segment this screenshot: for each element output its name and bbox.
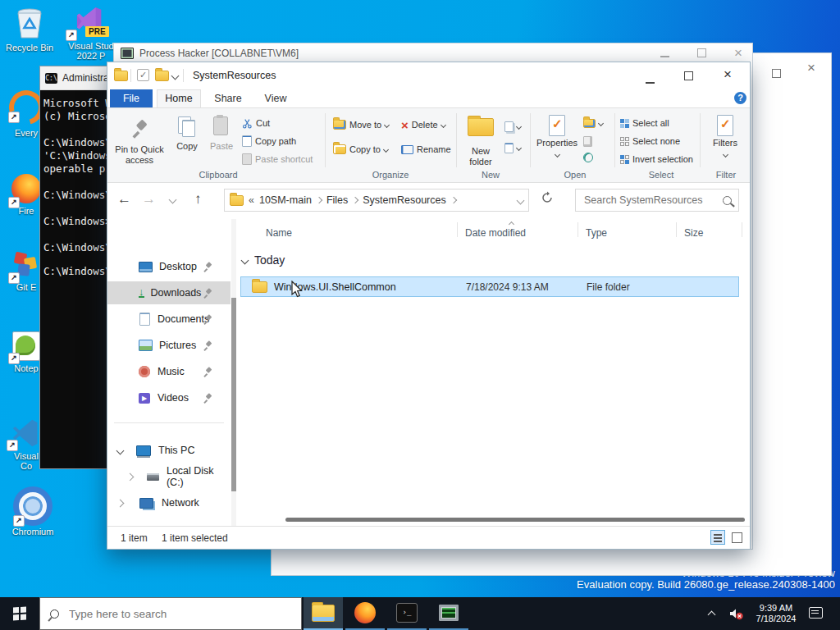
help-icon[interactable]: ? xyxy=(734,92,746,104)
select-all-button[interactable]: Select all xyxy=(620,115,669,131)
open-folder-button[interactable] xyxy=(583,115,603,131)
pin-icon[interactable] xyxy=(203,393,212,403)
filters-button[interactable]: ✓ Filters xyxy=(705,112,746,167)
column-type[interactable]: Type xyxy=(586,227,607,239)
expander-icon[interactable] xyxy=(116,499,125,507)
horizontal-scrollbar-thumb[interactable] xyxy=(285,518,745,522)
close-button[interactable]: × xyxy=(734,48,742,59)
breadcrumb-overflow[interactable]: « xyxy=(249,194,254,206)
breadcrumb-separator-icon[interactable] xyxy=(352,197,358,203)
sidebar-item-local-disk-c[interactable]: Local Disk (C:) xyxy=(107,465,231,488)
tab-share[interactable]: Share xyxy=(206,89,250,107)
volume-muted-icon[interactable] xyxy=(728,607,745,620)
back-button[interactable]: ← xyxy=(117,191,131,208)
cut-button[interactable]: Cut xyxy=(242,115,270,131)
pin-icon[interactable] xyxy=(203,340,212,350)
tab-file[interactable]: File xyxy=(110,89,153,107)
recent-locations-icon[interactable] xyxy=(169,196,177,204)
maximize-button[interactable] xyxy=(772,66,781,81)
start-button[interactable] xyxy=(0,597,39,630)
pin-icon[interactable] xyxy=(203,262,212,272)
breadcrumb-separator-icon[interactable] xyxy=(316,197,322,203)
search-icon[interactable] xyxy=(723,196,732,205)
breadcrumb-item[interactable]: Files xyxy=(326,194,348,206)
sidebar-item-videos[interactable]: ▶ Videos xyxy=(107,386,231,409)
rename-button[interactable]: Rename xyxy=(401,141,451,158)
taskbar-app-process-hacker[interactable] xyxy=(429,597,468,630)
expander-icon[interactable] xyxy=(126,472,135,481)
pin-icon[interactable] xyxy=(203,288,212,298)
up-button[interactable]: ↑ xyxy=(194,191,202,208)
column-size[interactable]: Size xyxy=(684,227,703,239)
new-folder-button[interactable]: New folder xyxy=(462,112,500,167)
tab-view[interactable]: View xyxy=(255,89,296,107)
taskbar-search-input[interactable] xyxy=(67,607,291,621)
pin-icon[interactable] xyxy=(203,367,212,377)
select-none-button[interactable]: Select none xyxy=(620,133,680,149)
refresh-button[interactable] xyxy=(541,191,554,207)
taskbar-app-file-explorer[interactable] xyxy=(304,597,343,630)
new-item-button[interactable] xyxy=(504,118,521,135)
paste-button[interactable]: Paste xyxy=(206,112,237,167)
minimize-button[interactable] xyxy=(646,75,655,86)
taskbar-app-firefox[interactable] xyxy=(345,597,385,630)
horizontal-scrollbar[interactable] xyxy=(240,518,746,523)
forward-button[interactable]: → xyxy=(142,191,156,208)
explorer-titlebar[interactable]: ✓ SystemResources × xyxy=(107,62,750,89)
address-bar[interactable]: « 10SM-main Files SystemResources xyxy=(224,189,529,212)
details-view-button[interactable] xyxy=(710,530,725,545)
breadcrumb-separator-icon[interactable] xyxy=(450,197,456,203)
desktop-icon-visual-studio[interactable]: PRE ↗ Visual Stud 2022 P xyxy=(64,5,118,61)
sidebar-item-network[interactable]: Network xyxy=(107,491,231,514)
address-dropdown-icon[interactable] xyxy=(517,196,525,204)
breadcrumb-item[interactable]: SystemResources xyxy=(363,194,445,206)
maximize-button[interactable] xyxy=(684,71,693,83)
sidebar-item-desktop[interactable]: Desktop xyxy=(107,255,231,278)
quick-access-check-icon[interactable]: ✓ xyxy=(137,69,149,81)
sidebar-item-downloads[interactable]: ↓ Downloads xyxy=(107,281,231,304)
column-name[interactable]: Name xyxy=(266,227,292,239)
thumbnail-view-button[interactable] xyxy=(729,530,744,545)
process-hacker-titlebar[interactable]: Process Hacker [COLLABNET\VM6] × xyxy=(114,43,752,63)
properties-button[interactable]: ✓ Properties xyxy=(536,112,578,167)
tray-expand-icon[interactable] xyxy=(708,611,716,619)
sidebar-item-documents[interactable]: Documents xyxy=(107,308,231,331)
group-header-today[interactable]: Today xyxy=(242,253,285,267)
search-input[interactable] xyxy=(582,194,723,207)
pin-icon[interactable] xyxy=(203,314,212,324)
sidebar-item-this-pc[interactable]: This PC xyxy=(107,439,231,462)
move-to-button[interactable]: Move to xyxy=(333,116,389,133)
pin-to-quick-access-button[interactable]: Pin to Quick access xyxy=(112,112,167,167)
taskbar-app-command-prompt[interactable]: ›_ xyxy=(387,597,427,630)
edit-button[interactable] xyxy=(583,133,592,149)
nav-scrollbar[interactable] xyxy=(231,219,236,526)
copy-to-button[interactable]: Copy to xyxy=(333,141,388,158)
close-button[interactable]: × xyxy=(807,62,815,74)
minimize-button[interactable] xyxy=(660,46,669,61)
folder-icon[interactable] xyxy=(155,71,169,81)
desktop-icon-chromium[interactable]: ↗ Chromium xyxy=(3,492,62,536)
group-collapse-icon[interactable] xyxy=(241,256,249,264)
sidebar-item-music[interactable]: Music xyxy=(107,360,231,383)
taskbar-search[interactable] xyxy=(39,597,302,630)
desktop-icon-recycle-bin[interactable]: Recycle Bin xyxy=(3,5,56,52)
delete-button[interactable]: × Delete xyxy=(401,116,445,133)
column-date-modified[interactable]: Date modified xyxy=(465,227,526,239)
close-button[interactable]: × xyxy=(724,69,732,80)
file-row-selected[interactable]: Windows.UI.ShellCommon 7/18/2024 9:13 AM… xyxy=(240,276,739,297)
copy-path-button[interactable]: Copy path xyxy=(242,133,296,149)
paste-shortcut-button[interactable]: Paste shortcut xyxy=(242,151,313,167)
invert-selection-button[interactable]: Invert selection xyxy=(620,151,693,167)
tray-clock[interactable]: 9:39 AM 7/18/2024 xyxy=(748,603,804,624)
easy-access-button[interactable] xyxy=(504,139,521,156)
history-button[interactable] xyxy=(583,149,593,166)
maximize-button[interactable] xyxy=(697,46,706,61)
nav-scrollbar-thumb[interactable] xyxy=(231,298,236,491)
action-center-icon[interactable] xyxy=(809,607,823,619)
tab-home[interactable]: Home xyxy=(157,89,201,107)
sidebar-item-pictures[interactable]: Pictures xyxy=(107,334,231,357)
search-box[interactable] xyxy=(575,189,739,212)
copy-button[interactable]: Copy xyxy=(170,112,204,167)
breadcrumb-item[interactable]: 10SM-main xyxy=(259,194,312,206)
qat-dropdown-icon[interactable] xyxy=(171,72,180,80)
